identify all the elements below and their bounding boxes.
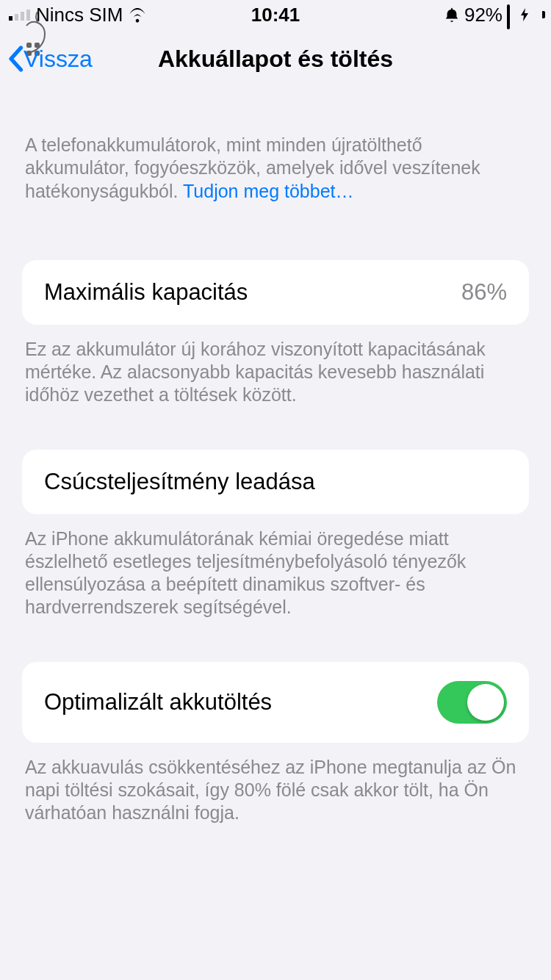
peak-performance-description: Az iPhone akkumulátorának kémiai öregedé… xyxy=(0,527,551,619)
peak-performance-cell[interactable]: Csúcsteljesítmény leadása xyxy=(22,450,529,514)
battery-percentage: 92% xyxy=(464,4,503,26)
optimized-charging-cell: Optimalizált akkutöltés xyxy=(22,662,529,743)
back-button[interactable]: Vissza xyxy=(7,46,93,73)
intro-description: A telefonakkumulátorok, mint minden újra… xyxy=(0,134,551,203)
battery-icon xyxy=(507,6,542,24)
back-label: Vissza xyxy=(24,46,93,73)
cellular-signal-icon xyxy=(9,10,30,21)
peak-performance-label: Csúcsteljesítmény leadása xyxy=(44,469,315,495)
alarm-icon xyxy=(444,7,460,23)
max-capacity-description: Ez az akkumulátor új korához viszonyítot… xyxy=(0,338,551,407)
status-bar: Nincs SIM 10:41 92% xyxy=(0,0,551,29)
learn-more-link[interactable]: Tudjon meg többet… xyxy=(183,181,354,201)
navigation-bar: Vissza Akkuállapot és töltés xyxy=(0,29,551,88)
page-title: Akkuállapot és töltés xyxy=(158,46,393,73)
wifi-icon xyxy=(127,7,148,23)
optimized-charging-toggle[interactable] xyxy=(437,681,507,724)
max-capacity-label: Maximális kapacitás xyxy=(44,279,248,306)
status-time: 10:41 xyxy=(251,4,300,26)
sim-status: Nincs SIM xyxy=(36,4,123,26)
optimized-charging-description: Az akkuavulás csökkentéséhez az iPhone m… xyxy=(0,756,551,825)
max-capacity-value: 86% xyxy=(461,279,507,306)
chevron-left-icon xyxy=(7,46,24,72)
optimized-charging-label: Optimalizált akkutöltés xyxy=(44,689,272,716)
max-capacity-cell[interactable]: Maximális kapacitás 86% xyxy=(22,260,529,325)
